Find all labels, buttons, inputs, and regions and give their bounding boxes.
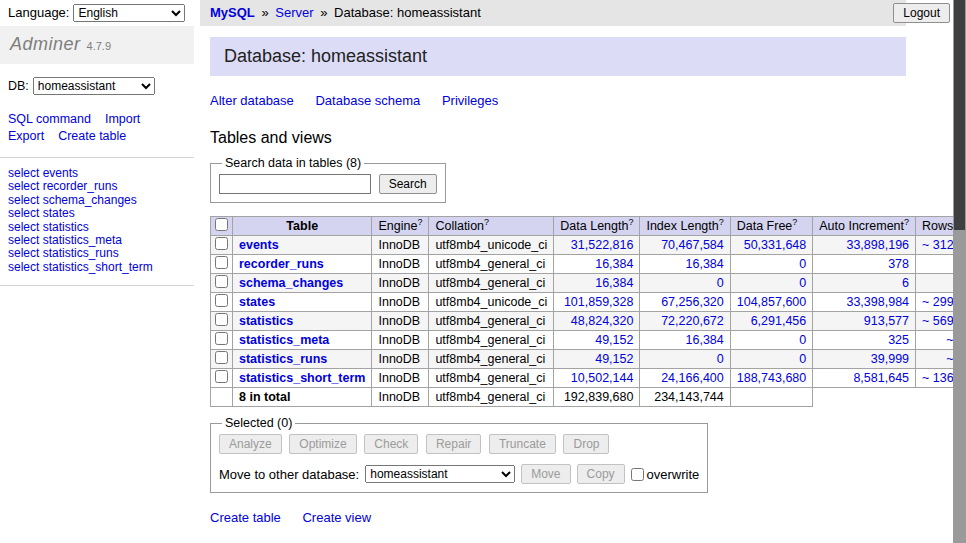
repair-button[interactable]: Repair <box>426 434 481 454</box>
auto-increment-link[interactable]: 325 <box>888 333 909 347</box>
table-name-link[interactable]: statistics <box>239 314 293 328</box>
table-name-link[interactable]: events <box>239 238 279 252</box>
table-name-link[interactable]: recorder_runs <box>239 257 324 271</box>
data-length-link[interactable]: 49,152 <box>595 333 633 347</box>
import-link[interactable]: Import <box>105 112 140 126</box>
auto-increment-link[interactable]: 39,999 <box>871 352 909 366</box>
index-length-link[interactable]: 16,384 <box>686 333 724 347</box>
sidebar-item-select-recorder-runs[interactable]: select recorder_runs <box>8 180 186 193</box>
auto-increment-link[interactable]: 33,398,984 <box>846 295 909 309</box>
table-name-link[interactable]: statistics_meta <box>239 333 329 347</box>
breadcrumb-mysql-link[interactable]: MySQL <box>210 5 255 20</box>
select-all-checkbox[interactable] <box>215 218 228 231</box>
data-length-link[interactable]: 101,859,328 <box>564 295 634 309</box>
data-length-link[interactable]: 16,384 <box>595 276 633 290</box>
row-checkbox[interactable] <box>215 332 228 345</box>
index-length-link[interactable]: 67,256,320 <box>661 295 724 309</box>
database-schema-link[interactable]: Database schema <box>315 93 420 108</box>
breadcrumb-server-link[interactable]: Server <box>275 5 313 20</box>
sidebar-item-select-statistics[interactable]: select statistics <box>8 221 186 234</box>
data-free-link[interactable]: 50,331,648 <box>744 238 807 252</box>
data-free-link[interactable]: 6,291,456 <box>751 314 807 328</box>
privileges-link[interactable]: Privileges <box>442 93 498 108</box>
table-row: recorder_runs InnoDB utf8mb4_general_ci … <box>211 255 966 274</box>
data-length-link[interactable]: 10,502,144 <box>571 371 634 385</box>
sidebar-item-select-statistics-meta[interactable]: select statistics_meta <box>8 234 186 247</box>
overwrite-checkbox[interactable] <box>631 468 644 481</box>
drop-button[interactable]: Drop <box>563 434 609 454</box>
data-free-link[interactable]: 0 <box>799 257 806 271</box>
data-free-link[interactable]: 0 <box>799 352 806 366</box>
index-length-link[interactable]: 16,384 <box>686 257 724 271</box>
create-table-link-main[interactable]: Create table <box>210 510 281 525</box>
sidebar-item-select-schema-changes[interactable]: select schema_changes <box>8 194 186 207</box>
logout-button[interactable]: Logout <box>893 3 950 23</box>
help-icon[interactable]: ? <box>719 217 724 227</box>
help-icon[interactable]: ? <box>484 217 489 227</box>
index-length-link[interactable]: 70,467,584 <box>661 238 724 252</box>
scrollbar-thumb[interactable] <box>954 0 965 230</box>
data-length-link[interactable]: 31,522,816 <box>571 238 634 252</box>
row-checkbox[interactable] <box>215 275 228 288</box>
sidebar-item-select-states[interactable]: select states <box>8 207 186 220</box>
copy-button[interactable]: Copy <box>577 464 625 484</box>
export-link[interactable]: Export <box>8 129 44 143</box>
vertical-scrollbar[interactable] <box>953 0 966 543</box>
database-action-links: Alter database Database schema Privilege… <box>210 93 906 108</box>
data-length-link[interactable]: 49,152 <box>595 352 633 366</box>
move-database-select[interactable]: homeassistant <box>365 465 515 483</box>
data-length-link[interactable]: 16,384 <box>595 257 633 271</box>
auto-increment-link[interactable]: 8,581,645 <box>853 371 909 385</box>
index-length-link[interactable]: 0 <box>717 276 724 290</box>
sql-command-link[interactable]: SQL command <box>8 112 91 126</box>
alter-database-link[interactable]: Alter database <box>210 93 294 108</box>
row-checkbox[interactable] <box>215 370 228 383</box>
row-checkbox[interactable] <box>215 313 228 326</box>
overwrite-option: overwrite <box>631 467 700 482</box>
data-length-link[interactable]: 48,824,320 <box>571 314 634 328</box>
index-length-link[interactable]: 0 <box>717 352 724 366</box>
table-name-link[interactable]: schema_changes <box>239 276 343 290</box>
create-view-link[interactable]: Create view <box>302 510 371 525</box>
search-button[interactable]: Search <box>379 174 437 194</box>
truncate-button[interactable]: Truncate <box>489 434 556 454</box>
check-button[interactable]: Check <box>364 434 418 454</box>
auto-increment-link[interactable]: 913,577 <box>864 314 909 328</box>
table-name-link[interactable]: statistics_runs <box>239 352 327 366</box>
help-icon[interactable]: ? <box>628 217 633 227</box>
table-name-link[interactable]: states <box>239 295 275 309</box>
row-checkbox[interactable] <box>215 294 228 307</box>
auto-increment-link[interactable]: 378 <box>888 257 909 271</box>
total-engine: InnoDB <box>372 388 429 407</box>
data-free-link[interactable]: 188,743,680 <box>737 371 807 385</box>
optimize-button[interactable]: Optimize <box>289 434 356 454</box>
help-icon[interactable]: ? <box>904 217 909 227</box>
tables-overview-table: Table Engine? Collation? Data Length? In… <box>210 216 966 407</box>
create-table-link[interactable]: Create table <box>58 129 126 143</box>
data-free-link[interactable]: 0 <box>799 333 806 347</box>
auto-increment-link[interactable]: 33,898,196 <box>846 238 909 252</box>
language-select[interactable]: English <box>73 4 185 22</box>
sidebar-item-select-statistics-runs[interactable]: select statistics_runs <box>8 247 186 260</box>
move-button[interactable]: Move <box>521 464 570 484</box>
sidebar-item-select-events[interactable]: select events <box>8 167 186 180</box>
db-select[interactable]: homeassistant <box>33 77 155 95</box>
help-icon[interactable]: ? <box>417 217 422 227</box>
row-checkbox[interactable] <box>215 256 228 269</box>
analyze-button[interactable]: Analyze <box>219 434 282 454</box>
total-data-free <box>730 388 813 407</box>
data-free-link[interactable]: 104,857,600 <box>737 295 807 309</box>
row-checkbox[interactable] <box>215 351 228 364</box>
help-icon[interactable]: ? <box>792 217 797 227</box>
sidebar-links: SQL commandImport ExportCreate table <box>8 111 186 145</box>
index-length-link[interactable]: 72,220,672 <box>661 314 724 328</box>
index-length-link[interactable]: 24,166,400 <box>661 371 724 385</box>
data-free-link[interactable]: 0 <box>799 276 806 290</box>
table-name-link[interactable]: statistics_short_term <box>239 371 365 385</box>
search-input[interactable] <box>219 174 371 194</box>
row-checkbox[interactable] <box>215 237 228 250</box>
auto-increment-link[interactable]: 6 <box>902 276 909 290</box>
sidebar-item-select-statistics-short-term[interactable]: select statistics_short_term <box>8 261 186 274</box>
table-row: statistics_short_term InnoDB utf8mb4_gen… <box>211 369 966 388</box>
col-header-index-length: Index Length? <box>640 217 730 236</box>
